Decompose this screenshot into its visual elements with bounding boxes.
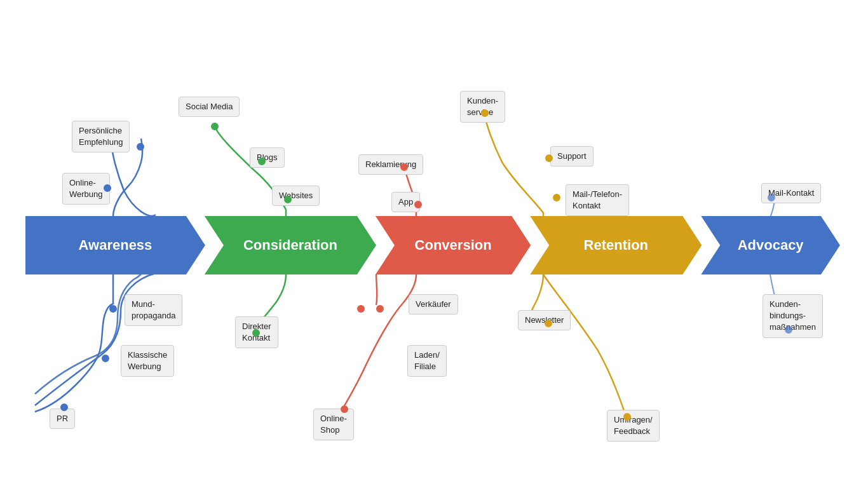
dot-yellow-2 <box>545 154 553 162</box>
conversion-label: Conversion <box>415 237 492 254</box>
dot-blue-4 <box>102 355 109 362</box>
segment-consideration: Consideration <box>205 216 376 274</box>
label-kunden-service: Kunden-service <box>460 91 505 123</box>
dot-red-3 <box>357 305 365 313</box>
advocacy-label: Advocacy <box>738 237 804 254</box>
dot-green-1 <box>211 123 219 130</box>
dot-blue-2 <box>104 184 111 192</box>
label-mail-telefon: Mail-/Telefon-Kontakt <box>566 184 629 216</box>
label-websites: Websites <box>272 186 320 206</box>
diagram-container: Awareness Consideration Conversion Reten… <box>0 0 868 488</box>
label-mundpropaganda: Mund-propaganda <box>125 294 182 326</box>
label-online-werbung: Online-Werbung <box>62 173 110 205</box>
dot-blue-advocacy-2 <box>785 326 792 334</box>
label-umfragen: Umfragen/Feedback <box>607 410 660 442</box>
dot-red-2 <box>414 201 422 208</box>
dot-red-4 <box>376 305 384 313</box>
dot-green-2 <box>258 158 266 165</box>
segment-advocacy: Advocacy <box>701 216 840 274</box>
segment-conversion: Conversion <box>376 216 531 274</box>
dot-blue-5 <box>60 403 68 411</box>
label-reklamierung: Reklamierung <box>358 154 423 175</box>
label-laden-filiale: Laden/Filiale <box>407 345 447 377</box>
retention-label: Retention <box>584 237 648 254</box>
awareness-label: Awareness <box>79 237 153 254</box>
segment-retention: Retention <box>530 216 702 274</box>
dot-yellow-1 <box>481 109 489 117</box>
dot-green-4 <box>252 329 260 337</box>
label-verkaeufer: Verkäufer <box>409 294 458 315</box>
dot-red-5 <box>341 405 348 413</box>
label-support: Support <box>550 146 593 166</box>
label-klassische-werbung: KlassischeWerbung <box>121 345 174 377</box>
dot-blue-3 <box>109 305 117 313</box>
segment-awareness: Awareness <box>25 216 205 274</box>
dot-red-1 <box>400 163 408 171</box>
label-newsletter: Newsletter <box>518 310 571 330</box>
consideration-label: Consideration <box>243 237 337 254</box>
dot-green-3 <box>284 196 292 203</box>
label-online-shop: Online-Shop <box>313 409 354 440</box>
label-kundenbindung: Kunden-bindungs-maßnahmen <box>763 294 823 338</box>
label-social-media: Social Media <box>179 97 240 117</box>
dot-yellow-5 <box>623 413 631 421</box>
label-blogs: Blogs <box>250 147 285 168</box>
funnel-bar: Awareness Consideration Conversion Reten… <box>25 216 843 274</box>
dot-yellow-3 <box>553 194 560 201</box>
dot-blue-advocacy-1 <box>768 194 775 201</box>
label-persoenliche: PersönlicheEmpfehlung <box>72 121 130 152</box>
label-pr: PR <box>50 409 75 429</box>
dot-blue-1 <box>137 143 144 151</box>
dot-yellow-4 <box>545 320 552 327</box>
